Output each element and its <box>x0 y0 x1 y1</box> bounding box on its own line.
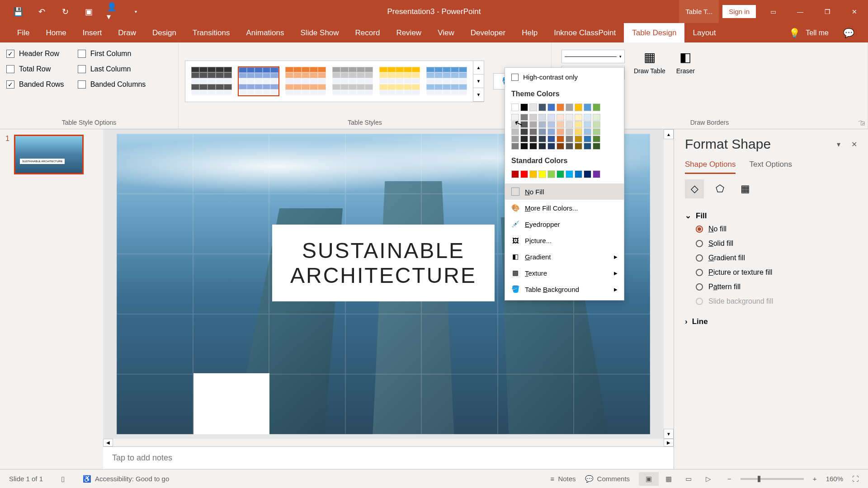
tab-design[interactable]: Design <box>144 23 184 42</box>
touch-mode-icon[interactable]: 👤▾ <box>107 6 118 17</box>
color-swatch[interactable] <box>593 128 600 135</box>
color-swatch[interactable] <box>593 114 600 121</box>
radio-no-fill[interactable]: No fill <box>696 225 857 233</box>
color-swatch[interactable] <box>520 170 528 178</box>
chk-last-column[interactable]: Last Column <box>78 61 146 77</box>
zoom-in-icon[interactable]: + <box>813 475 817 483</box>
color-swatch[interactable] <box>575 121 582 128</box>
size-props-icon[interactable]: ▦ <box>736 179 755 198</box>
color-swatch[interactable] <box>520 136 528 142</box>
panel-options-icon[interactable]: ▾ <box>837 140 840 149</box>
tab-review[interactable]: Review <box>388 23 429 42</box>
redo-icon[interactable]: ↻ <box>60 6 71 17</box>
color-swatch[interactable] <box>557 121 564 128</box>
chk-banded-columns[interactable]: Banded Columns <box>78 77 146 92</box>
color-swatch[interactable] <box>511 136 519 142</box>
tab-view[interactable]: View <box>429 23 462 42</box>
tab-insert[interactable]: Insert <box>75 23 110 42</box>
normal-view-icon[interactable]: ▣ <box>639 472 659 486</box>
accessibility-status[interactable]: ♿Accessibility: Good to go <box>83 475 169 483</box>
color-swatch[interactable] <box>575 136 582 142</box>
tellme-icon[interactable]: 💡 <box>789 28 800 38</box>
sorter-view-icon[interactable]: ▦ <box>659 472 679 486</box>
color-swatch[interactable] <box>529 103 537 111</box>
tab-slideshow[interactable]: Slide Show <box>292 23 347 42</box>
present-icon[interactable]: ▣ <box>83 6 94 17</box>
tab-draw[interactable]: Draw <box>110 23 144 42</box>
color-swatch[interactable] <box>547 121 555 128</box>
zoom-out-icon[interactable]: − <box>727 475 731 483</box>
tab-shape-options[interactable]: Shape Options <box>685 160 736 174</box>
color-swatch[interactable] <box>566 170 573 178</box>
color-swatch[interactable] <box>566 136 573 142</box>
color-swatch[interactable] <box>584 136 591 142</box>
line-section-header[interactable]: ›Line <box>685 313 857 331</box>
eraser-button[interactable]: ◧Eraser <box>671 48 700 76</box>
color-swatch[interactable] <box>584 121 591 128</box>
gradient-item[interactable]: ◧Gradient▶ <box>505 249 624 265</box>
color-swatch[interactable] <box>575 170 582 178</box>
color-swatch[interactable] <box>566 121 573 128</box>
color-swatch[interactable] <box>593 143 600 150</box>
color-swatch[interactable] <box>547 136 555 142</box>
color-swatch[interactable] <box>593 103 600 111</box>
color-swatch[interactable] <box>547 143 555 150</box>
color-swatch[interactable] <box>511 103 519 111</box>
zoom-slider[interactable] <box>741 478 804 480</box>
radio-solid-fill[interactable]: Solid fill <box>696 239 857 248</box>
scroll-up-icon[interactable]: ▲ <box>664 129 674 139</box>
tab-home[interactable]: Home <box>38 23 74 42</box>
tellme-label[interactable]: Tell me <box>806 29 829 37</box>
color-swatch[interactable] <box>584 143 591 150</box>
color-swatch[interactable] <box>538 114 546 121</box>
color-swatch[interactable] <box>575 114 582 121</box>
color-swatch[interactable] <box>557 103 564 111</box>
slide-count[interactable]: Slide 1 of 1 <box>9 475 43 483</box>
table-style-6[interactable] <box>426 66 467 96</box>
gallery-down-icon[interactable]: ▼ <box>473 75 484 88</box>
gallery-up-icon[interactable]: ▲ <box>473 61 484 75</box>
table-style-4[interactable] <box>332 66 373 96</box>
picture-item[interactable]: 🖼Picture... <box>505 232 624 249</box>
color-swatch[interactable] <box>538 128 546 135</box>
color-swatch[interactable] <box>557 136 564 142</box>
tab-classpoint[interactable]: Inknoe ClassPoint <box>546 23 624 42</box>
ribbon-display-icon[interactable]: ▭ <box>760 0 787 23</box>
table-style-3[interactable] <box>285 66 326 96</box>
color-swatch[interactable] <box>584 103 591 111</box>
color-swatch[interactable] <box>511 170 519 178</box>
table-style-1[interactable] <box>191 66 232 96</box>
save-icon[interactable]: 💾 <box>13 6 24 17</box>
chk-first-column[interactable]: First Column <box>78 46 146 61</box>
color-swatch[interactable] <box>529 136 537 142</box>
notes-pane[interactable]: Tap to add notes <box>103 446 674 469</box>
fit-window-icon[interactable]: ⛶ <box>852 475 859 483</box>
color-swatch[interactable] <box>529 128 537 135</box>
color-swatch[interactable] <box>593 121 600 128</box>
color-swatch[interactable] <box>557 170 564 178</box>
scroll-down-icon[interactable]: ▼ <box>664 429 674 439</box>
chk-header-row[interactable]: ✓Header Row <box>6 46 64 61</box>
table-style-2[interactable] <box>238 66 279 96</box>
panel-close-icon[interactable]: ✕ <box>851 140 857 149</box>
color-swatch[interactable] <box>529 114 537 121</box>
slide-thumbnail-1[interactable]: 1 SUSTAINABLE ARCHITECTURE <box>5 135 98 174</box>
tab-layout[interactable]: Layout <box>684 23 724 42</box>
high-contrast-checkbox[interactable]: High-contrast only <box>505 68 624 86</box>
slide-title-box[interactable]: SUSTAINABLE ARCHITECTURE <box>272 225 495 301</box>
sign-in-button[interactable]: Sign in <box>722 5 756 18</box>
table-background-item[interactable]: 🪣Table Background▶ <box>505 281 624 297</box>
scroll-left-icon[interactable]: ◀ <box>103 439 113 446</box>
zoom-level[interactable]: 160% <box>826 475 843 483</box>
color-swatch[interactable] <box>538 121 546 128</box>
radio-picture-fill[interactable]: Picture or texture fill <box>696 268 857 277</box>
horizontal-scrollbar[interactable]: ◀ ▶ <box>103 439 674 446</box>
color-swatch[interactable] <box>520 128 528 135</box>
tab-transitions[interactable]: Transitions <box>184 23 238 42</box>
color-swatch[interactable] <box>547 170 555 178</box>
tab-file[interactable]: File <box>9 23 38 42</box>
notes-button[interactable]: ≡Notes <box>551 475 576 483</box>
comments-icon[interactable]: 💬 <box>843 28 854 38</box>
color-swatch[interactable] <box>520 103 528 111</box>
tab-text-options[interactable]: Text Options <box>749 160 792 174</box>
